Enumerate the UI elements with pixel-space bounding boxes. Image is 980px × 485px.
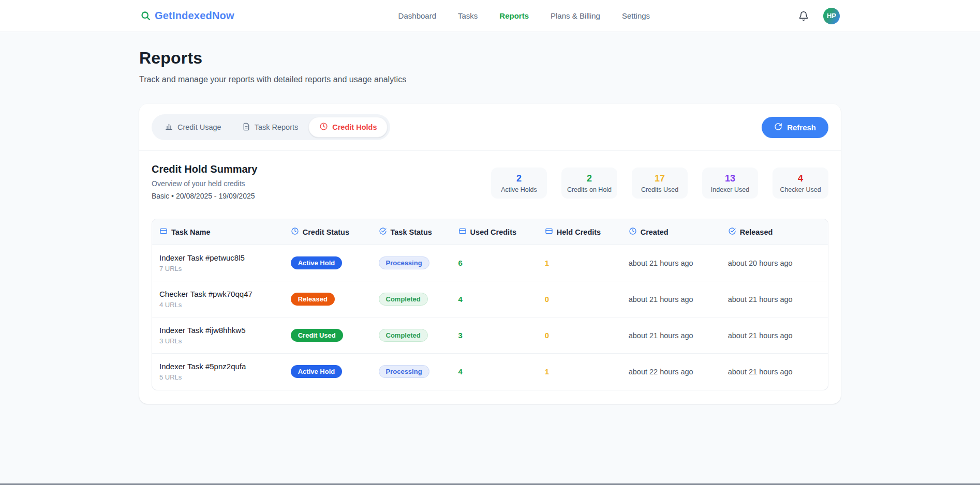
task-name: Checker Task #pwk70qq47: [159, 290, 287, 298]
credit-status-badge: Credit Used: [291, 329, 343, 342]
check-circle-icon: [379, 227, 387, 237]
created-time: about 21 hours ago: [629, 331, 693, 340]
col-used-credits: Used Credits: [458, 219, 545, 245]
refresh-icon: [774, 123, 782, 132]
card-icon: [545, 227, 553, 237]
clock-icon: [319, 122, 328, 132]
col-released: Released: [728, 219, 828, 245]
summary-title: Credit Hold Summary: [152, 163, 257, 175]
released-time: about 20 hours ago: [728, 259, 793, 267]
col-held-credits: Held Credits: [545, 219, 629, 245]
created-time: about 21 hours ago: [629, 295, 693, 304]
nav-item-settings[interactable]: Settings: [622, 11, 650, 20]
search-icon: [140, 10, 151, 21]
stat-credits-on-hold: 2 Credits on Hold: [561, 168, 617, 199]
col-task-name: Task Name: [152, 219, 291, 245]
col-credit-status: Credit Status: [291, 219, 379, 245]
check-circle-icon: [728, 227, 736, 237]
card-icon: [159, 227, 168, 237]
stat-value: 13: [705, 173, 755, 184]
stat-indexer-used: 13 Indexer Used: [702, 168, 758, 199]
refresh-button[interactable]: Refresh: [762, 117, 828, 138]
page-subtitle: Track and manage your reports with detai…: [139, 75, 841, 84]
top-nav: GetIndexedNow Dashboard Tasks Reports Pl…: [0, 0, 980, 32]
tab-label: Credit Holds: [332, 123, 377, 131]
page-title: Reports: [139, 49, 841, 68]
task-status-badge: Processing: [379, 365, 429, 378]
nav-item-dashboard[interactable]: Dashboard: [398, 11, 436, 20]
stat-value: 17: [635, 173, 685, 184]
task-status-badge: Completed: [379, 293, 428, 306]
table-row: Indexer Task #ijw8hhkw5 3 URLs Credit Us…: [152, 317, 828, 354]
held-credits-value: 1: [545, 259, 549, 267]
used-credits-value: 4: [458, 367, 463, 376]
task-name: Indexer Task #5pnz2qufa: [159, 362, 287, 371]
task-url-count: 7 URLs: [159, 265, 287, 272]
table-row: Indexer Task #petwuc8l5 7 URLs Active Ho…: [152, 245, 828, 281]
created-time: about 21 hours ago: [629, 259, 693, 267]
bar-chart-icon: [165, 122, 173, 132]
notification-bell-icon[interactable]: [798, 11, 809, 21]
summary-period: Basic • 20/08/2025 - 19/09/2025: [152, 192, 257, 200]
clock-icon: [291, 227, 299, 237]
col-task-status: Task Status: [379, 219, 458, 245]
released-time: about 21 hours ago: [728, 295, 793, 304]
credit-status-badge: Active Hold: [291, 365, 343, 378]
released-time: about 21 hours ago: [728, 331, 793, 340]
tab-label: Task Reports: [255, 123, 299, 131]
task-name: Indexer Task #ijw8hhkw5: [159, 326, 287, 335]
stat-checker-used: 4 Checker Used: [773, 168, 828, 199]
held-credits-value: 1: [545, 367, 549, 376]
task-url-count: 4 URLs: [159, 301, 287, 309]
reports-card: Credit Usage Task Reports: [139, 104, 841, 404]
credit-status-badge: Released: [291, 293, 335, 306]
credit-status-badge: Active Hold: [291, 256, 343, 269]
task-status-badge: Processing: [379, 256, 429, 269]
stat-label: Indexer Used: [705, 186, 755, 193]
main-nav: Dashboard Tasks Reports Plans & Billing …: [250, 11, 798, 20]
tab-task-reports[interactable]: Task Reports: [232, 118, 309, 137]
task-status-badge: Completed: [379, 329, 428, 342]
stat-active-holds: 2 Active Holds: [491, 168, 547, 199]
task-url-count: 3 URLs: [159, 337, 287, 345]
stat-label: Active Holds: [494, 186, 544, 193]
stat-credits-used: 17 Credits Used: [632, 168, 688, 199]
stat-label: Credits Used: [635, 186, 685, 193]
user-avatar[interactable]: HP: [823, 8, 840, 24]
document-icon: [242, 123, 250, 132]
credit-hold-summary: Credit Hold Summary Overview of your hel…: [152, 151, 828, 200]
nav-item-plans-billing[interactable]: Plans & Billing: [551, 11, 600, 20]
held-credits-value: 0: [545, 295, 549, 304]
tab-credit-usage[interactable]: Credit Usage: [154, 117, 232, 137]
refresh-label: Refresh: [787, 123, 816, 132]
stat-value: 2: [565, 173, 614, 184]
credit-holds-table: Task Name Credit Status Task Status Used…: [152, 219, 828, 390]
created-time: about 22 hours ago: [629, 368, 693, 376]
brand-name: GetIndexedNow: [155, 10, 234, 22]
stat-value: 2: [494, 173, 544, 184]
table-header-row: Task Name Credit Status Task Status Used…: [152, 219, 828, 245]
col-created: Created: [629, 219, 728, 245]
task-url-count: 5 URLs: [159, 373, 287, 381]
released-time: about 21 hours ago: [728, 368, 793, 376]
used-credits-value: 4: [458, 295, 463, 304]
stat-value: 4: [776, 173, 825, 184]
used-credits-value: 6: [458, 259, 463, 267]
held-credits-value: 0: [545, 331, 549, 340]
tab-credit-holds[interactable]: Credit Holds: [308, 117, 388, 138]
clock-icon: [629, 227, 637, 237]
table-row: Indexer Task #5pnz2qufa 5 URLs Active Ho…: [152, 354, 828, 390]
stat-label: Credits on Hold: [565, 186, 614, 193]
stat-label: Checker Used: [776, 186, 825, 193]
brand-logo[interactable]: GetIndexedNow: [140, 10, 234, 22]
nav-item-reports[interactable]: Reports: [499, 11, 529, 20]
summary-subtitle: Overview of your held credits: [152, 179, 257, 188]
tab-label: Credit Usage: [177, 123, 221, 131]
summary-stats: 2 Active Holds 2 Credits on Hold 17 Cred…: [491, 168, 828, 199]
nav-item-tasks[interactable]: Tasks: [458, 11, 478, 20]
reports-page: Reports Track and manage your reports wi…: [139, 32, 841, 404]
report-tabs: Credit Usage Task Reports: [152, 114, 390, 140]
used-credits-value: 3: [458, 331, 463, 340]
card-icon: [458, 227, 467, 237]
task-name: Indexer Task #petwuc8l5: [159, 253, 287, 262]
